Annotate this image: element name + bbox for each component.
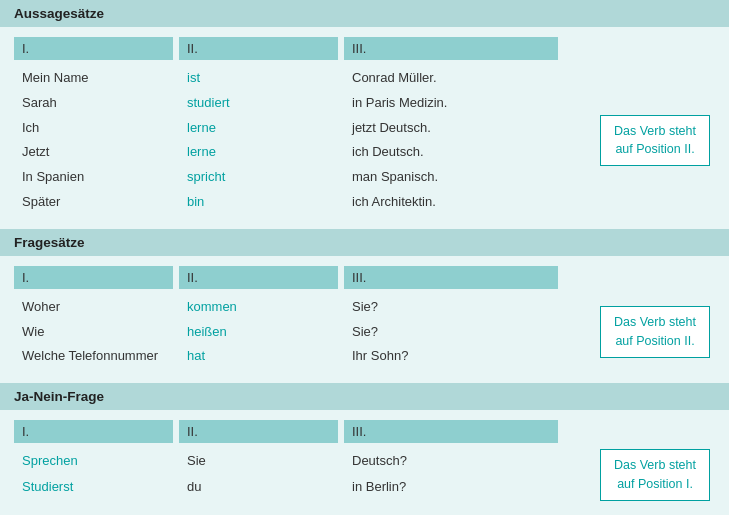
cell-r0-c2: Conrad Müller. [344,66,564,91]
column-headers-left: I.II.III. [14,266,585,289]
cell-r3-c2: ich Deutsch. [344,140,564,165]
note-box-fragesaetze: Das Verb steht auf Position II. [600,306,710,358]
cell-r0-c1: Sie [179,449,344,475]
rows-right: Das Verb steht auf Position I. [585,449,715,501]
column-header-1: II. [179,420,338,443]
note-box-aussagesaetze: Das Verb steht auf Position II. [600,115,710,167]
cell-r4-c2: man Spanisch. [344,165,564,190]
cell-r1-c1: du [179,475,344,501]
cell-r4-c1: spricht [179,165,344,190]
rows-wrapper: SprechenSieDeutsch?Studierstduin Berlin?… [14,449,715,501]
cell-r5-c2: ich Architektin. [344,190,564,215]
section-ja-nein-frage: Ja-Nein-FrageI.II.III.SprechenSieDeutsch… [0,383,729,515]
rows-left: WoherkommenSie?WieheißenSie?Welche Telef… [14,295,585,369]
cell-r1-c1: heißen [179,320,344,345]
cell-r2-c2: Ihr Sohn? [344,344,564,369]
rows-right: Das Verb steht auf Position II. [585,66,715,215]
section-header-fragesaetze: Fragesätze [0,229,729,256]
rows-right: Das Verb steht auf Position II. [585,295,715,369]
rows-wrapper: WoherkommenSie?WieheißenSie?Welche Telef… [14,295,715,369]
column-headers-right [585,37,715,60]
column-headers-row: I.II.III. [14,37,715,60]
cell-r2-c2: jetzt Deutsch. [344,116,564,141]
cell-r1-c2: in Paris Medizin. [344,91,564,116]
cell-r2-c0: Ich [14,116,179,141]
column-headers-row: I.II.III. [14,420,715,443]
cell-r0-c1: kommen [179,295,344,320]
rows-left: SprechenSieDeutsch?Studierstduin Berlin? [14,449,585,501]
section-aussagesaetze: AussagesätzeI.II.III.Mein NameistConrad … [0,0,729,229]
cell-r1-c2: in Berlin? [344,475,564,501]
note-box-ja-nein-frage: Das Verb steht auf Position I. [600,449,710,501]
cell-r2-c1: hat [179,344,344,369]
cell-r1-c1: studiert [179,91,344,116]
column-header-0: I. [14,420,173,443]
cell-r5-c0: Später [14,190,179,215]
column-headers-right [585,420,715,443]
column-headers-right [585,266,715,289]
cell-r1-c0: Wie [14,320,179,345]
section-header-ja-nein-frage: Ja-Nein-Frage [0,383,729,410]
section-body-fragesaetze: I.II.III.WoherkommenSie?WieheißenSie?Wel… [0,256,729,383]
cell-r1-c0: Sarah [14,91,179,116]
column-headers-row: I.II.III. [14,266,715,289]
cell-r0-c0: Mein Name [14,66,179,91]
column-header-1: II. [179,37,338,60]
column-header-2: III. [344,266,558,289]
column-headers-left: I.II.III. [14,420,585,443]
cell-r1-c2: Sie? [344,320,564,345]
column-header-2: III. [344,37,558,60]
cell-r5-c1: bin [179,190,344,215]
cell-r0-c0: Sprechen [14,449,179,475]
section-body-aussagesaetze: I.II.III.Mein NameistConrad Müller.Sarah… [0,27,729,229]
column-header-2: III. [344,420,558,443]
column-header-0: I. [14,37,173,60]
column-header-1: II. [179,266,338,289]
column-headers-left: I.II.III. [14,37,585,60]
section-body-ja-nein-frage: I.II.III.SprechenSieDeutsch?Studierstdui… [0,410,729,515]
cell-r3-c0: Jetzt [14,140,179,165]
cell-r0-c2: Deutsch? [344,449,564,475]
cell-r0-c1: ist [179,66,344,91]
cell-r0-c0: Woher [14,295,179,320]
cell-r3-c1: lerne [179,140,344,165]
rows-left: Mein NameistConrad Müller.Sarahstudierti… [14,66,585,215]
rows-wrapper: Mein NameistConrad Müller.Sarahstudierti… [14,66,715,215]
cell-r2-c0: Welche Telefonnummer [14,344,179,369]
cell-r4-c0: In Spanien [14,165,179,190]
app-container: AussagesätzeI.II.III.Mein NameistConrad … [0,0,729,515]
cell-r1-c0: Studierst [14,475,179,501]
section-fragesaetze: FragesätzeI.II.III.WoherkommenSie?Wiehei… [0,229,729,383]
column-header-0: I. [14,266,173,289]
cell-r0-c2: Sie? [344,295,564,320]
cell-r2-c1: lerne [179,116,344,141]
section-header-aussagesaetze: Aussagesätze [0,0,729,27]
